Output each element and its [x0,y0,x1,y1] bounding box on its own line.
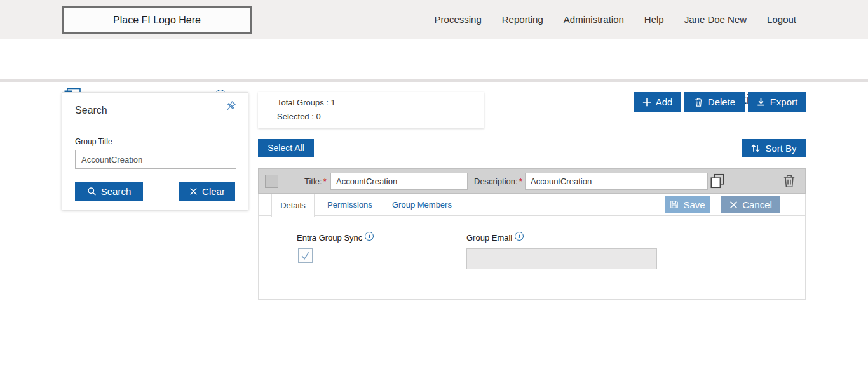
save-icon [670,200,679,209]
entra-group-sync-label: Entra Group Sync [297,233,374,243]
sort-by-label: Sort By [765,143,796,154]
export-button[interactable]: Export [748,92,806,112]
fi-logo-text: Place FI Logo Here [113,15,201,26]
group-email-label: Group Email [466,233,524,243]
description-label: Description:* [474,177,522,186]
group-row: Title:* Description:* [258,168,806,194]
page-header: Group Maintenance Kinective Sign [0,39,868,82]
search-button-label: Search [101,186,132,197]
search-panel: Search Group Title Search Clear [62,92,248,210]
email-info-icon[interactable] [515,232,524,241]
trash-icon [694,97,703,107]
add-button[interactable]: Add [634,92,681,112]
top-bar: Place FI Logo Here Processing Reporting … [0,0,868,39]
fi-logo-placeholder: Place FI Logo Here [62,6,252,34]
select-all-button[interactable]: Select All [258,139,314,157]
nav-logout[interactable]: Logout [767,14,796,25]
entra-group-sync-checkbox[interactable] [298,248,313,263]
selected-value: 0 [316,112,320,121]
tab-details[interactable]: Details [271,194,315,217]
title-label-text: Title: [304,177,322,186]
tab-strip: Details Permissions Group Members Save C… [259,194,805,216]
row-checkbox[interactable] [265,175,278,188]
sort-by-button[interactable]: Sort By [742,139,806,157]
selected-label: Selected : [277,112,314,121]
tab-permissions[interactable]: Permissions [327,194,372,216]
row-trash-icon[interactable] [781,173,797,190]
clear-button-label: Clear [202,186,225,197]
x-icon [189,187,198,196]
group-email-label-text: Group Email [466,233,512,243]
save-button-label: Save [683,199,705,210]
clear-button[interactable]: Clear [179,182,235,201]
sort-icon [750,144,761,153]
title-label: Title:* [304,177,327,186]
export-button-label: Export [770,97,797,107]
search-button[interactable]: Search [75,182,143,201]
nav-user-menu[interactable]: Jane Doe New [684,14,747,25]
entra-info-icon[interactable] [365,232,374,241]
description-label-text: Description: [474,177,518,186]
total-groups: Total Groups : 1 [277,98,484,107]
cancel-button[interactable]: Cancel [721,196,780,213]
page: Place FI Logo Here Processing Reporting … [0,0,868,374]
group-title-input[interactable] [75,150,236,169]
summary-box: Total Groups : 1 Selected : 0 [258,92,484,128]
tab-group-members[interactable]: Group Members [392,194,452,216]
selected-count: Selected : 0 [277,112,484,121]
plus-icon [642,98,651,107]
select-all-label: Select All [268,143,304,153]
group-email-input [466,248,657,269]
nav-administration[interactable]: Administration [564,14,624,25]
cancel-button-label: Cancel [742,199,772,210]
add-button-label: Add [656,97,673,107]
top-navigation: Processing Reporting Administration Help… [435,0,796,39]
nav-help[interactable]: Help [644,14,664,25]
group-detail-panel: Details Permissions Group Members Save C… [258,194,806,300]
delete-button[interactable]: Delete [684,92,745,112]
search-panel-title: Search [75,105,107,116]
nav-reporting[interactable]: Reporting [502,14,543,25]
title-input[interactable] [330,173,468,190]
entra-group-sync-label-text: Entra Group Sync [297,233,362,243]
required-marker: * [323,177,327,186]
save-button[interactable]: Save [665,196,710,213]
total-groups-value: 1 [331,98,336,107]
total-groups-label: Total Groups : [277,98,329,107]
nav-processing[interactable]: Processing [435,14,482,25]
group-title-label: Group Title [75,137,112,146]
required-marker: * [519,177,522,186]
copy-icon[interactable] [709,173,726,189]
check-icon [300,250,311,261]
x-icon [729,201,738,209]
download-icon [756,97,766,107]
search-icon [87,187,97,196]
pin-icon[interactable] [224,100,238,114]
delete-button-label: Delete [708,97,735,107]
description-input[interactable] [525,173,708,190]
